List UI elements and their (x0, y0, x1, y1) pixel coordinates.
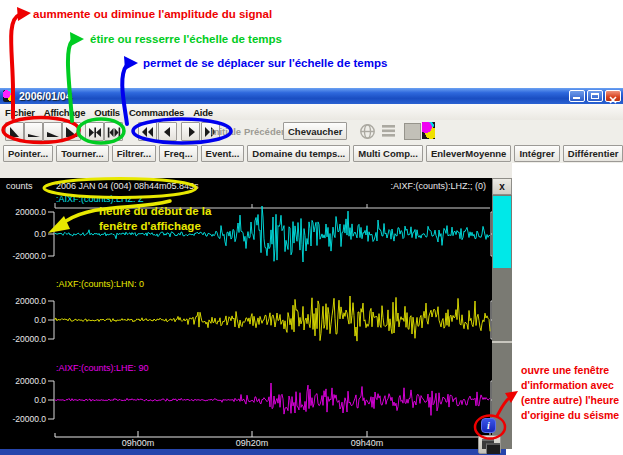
ytick-lhe-max: 20000.0 (2, 376, 46, 386)
window-front-icon (486, 443, 500, 454)
event-button[interactable]: Event... (201, 145, 245, 162)
step-forward-button[interactable] (181, 122, 200, 141)
ytick-lhz-zero: 0.0 (2, 229, 46, 239)
toolbar-tools: Pointer... Tourner... Filtrer... Freq...… (0, 143, 623, 163)
close-button[interactable] (605, 90, 621, 102)
fast-backward-icon (141, 125, 155, 138)
filtrer-button[interactable]: Filtrer... (112, 145, 156, 162)
scrollbar-divider (492, 341, 512, 343)
ytick-lhn-zero: 0.0 (2, 315, 46, 325)
ytick-lhe-zero: 0.0 (2, 395, 46, 405)
menubar: Fichier Affichage Outils Commandes Aide (0, 104, 623, 120)
annotation-amplitude: aummente ou diminue l'amplitude du signa… (33, 8, 272, 20)
time-expand-button[interactable] (104, 122, 123, 141)
time-compress-icon (88, 125, 102, 138)
waveform-plot[interactable] (0, 178, 512, 449)
page-back-button[interactable] (138, 122, 157, 141)
annotation-info-3: (entre autre) l'heure (521, 394, 619, 406)
minimize-button[interactable] (569, 90, 585, 102)
initiale-button: Initiale (211, 126, 241, 137)
amplitude-down-icon (46, 125, 60, 138)
differentier-button[interactable]: Différentier (563, 145, 623, 162)
menu-affichage[interactable]: Affichage (44, 107, 85, 118)
xtick-0940: 09h40m (345, 438, 389, 448)
time-compress-button[interactable] (85, 122, 104, 141)
windows-stack-button[interactable] (478, 435, 501, 454)
ytick-lhz-min: -20000.0 (2, 251, 46, 261)
multi-comp-button[interactable]: Multi Comp... (353, 145, 423, 162)
menu-aide[interactable]: Aide (193, 107, 213, 118)
annotation-start-time-2: fenêtre d'affichage (99, 220, 201, 232)
blue-arrowhead-icon (124, 56, 138, 70)
tourner-button[interactable]: Tourner... (56, 145, 109, 162)
viewer-close-button[interactable]: x (492, 178, 512, 195)
amplitude-down-big-button[interactable] (24, 122, 43, 141)
toolbar-gap (0, 163, 512, 178)
amplitude-down-button[interactable] (43, 122, 62, 141)
xtick-0900: 09h00m (116, 438, 160, 448)
freq-button[interactable]: Freq... (159, 145, 198, 162)
annotation-info-2: d'information avec (521, 379, 614, 391)
titlebar: 2006/01/04 (0, 88, 623, 104)
trace-label-lhz: :AIXF:(counts):LHZ: Z (56, 194, 144, 204)
annotation-timescale: étire ou resserre l'échelle de temps (90, 33, 282, 45)
window-controls (569, 90, 621, 102)
window-title: 2006/01/04 (19, 90, 72, 102)
ytick-lhn-max: 20000.0 (2, 296, 46, 306)
amplitude-down-big-icon (27, 125, 41, 138)
time-expand-icon (107, 125, 121, 138)
step-back-button[interactable] (158, 122, 177, 141)
trace-label-lhe: :AIXF:(counts):LHE: 90 (56, 363, 149, 373)
annotation-start-time-1: heure du début de la (99, 205, 211, 217)
pointer-button[interactable]: Pointer... (3, 145, 53, 162)
waveform-viewer: counts 2006 JAN 04 (004) 08h44m05.845s :… (0, 178, 512, 449)
window-start-time: 2006 JAN 04 (004) 08h44m05.845s (56, 181, 199, 191)
ytick-lhz-max: 20000.0 (2, 207, 46, 217)
info-button[interactable]: i (481, 418, 496, 433)
amplitude-up-big-button[interactable] (5, 122, 24, 141)
map-view-button[interactable] (422, 122, 435, 139)
forward-icon (184, 125, 198, 138)
green-arrowhead-icon (70, 32, 84, 46)
ytick-lhn-min: -20000.0 (2, 334, 46, 344)
ytick-lhe-min: -20000.0 (2, 414, 46, 424)
amplitude-up-button[interactable] (62, 122, 81, 141)
menu-fichier[interactable]: Fichier (5, 107, 35, 118)
scrollbar-thumb[interactable] (493, 196, 511, 268)
maximize-button[interactable] (587, 90, 603, 102)
red-arrowhead-icon (17, 7, 31, 21)
annotation-info-1: ouvre une fenêtre (521, 364, 609, 376)
amplitude-up-icon (65, 125, 79, 138)
globe-icon (359, 123, 376, 144)
trace-scrollbar[interactable]: x (492, 178, 512, 449)
blank-panel-icon (404, 123, 421, 140)
window-bottom-border (0, 449, 506, 455)
app-icon (3, 90, 15, 102)
annotation-navigate: permet de se déplacer sur l'échelle de t… (143, 57, 387, 69)
enlever-moyenne-button[interactable]: EnleverMoyenne (426, 145, 512, 162)
trace-label-lhn: :AIXF:(counts):LHN: 0 (56, 279, 144, 289)
toolbar-main: Initiale Précédente Chevaucher (0, 120, 623, 144)
xtick-0920: 09h20m (230, 438, 274, 448)
chevaucher-button[interactable]: Chevaucher (283, 122, 347, 140)
menu-commandes[interactable]: Commandes (129, 107, 184, 118)
minimize-icon (573, 97, 580, 99)
active-trace-label: :AIXF:(counts):LHZ:; (0) (390, 181, 486, 191)
menu-outils[interactable]: Outils (94, 107, 120, 118)
amplitude-up-big-icon (8, 125, 22, 138)
annotation-info-4: d'origine du séisme (521, 409, 619, 421)
page: aummente ou diminue l'amplitude du signa… (0, 0, 623, 455)
list-icon (381, 124, 396, 142)
maximize-icon (591, 93, 599, 99)
backward-icon (161, 125, 175, 138)
domaine-du-temps-button[interactable]: Domaine du temps... (247, 145, 350, 162)
integrer-button[interactable]: Intégrer (514, 145, 559, 162)
units-label: counts (6, 181, 33, 191)
